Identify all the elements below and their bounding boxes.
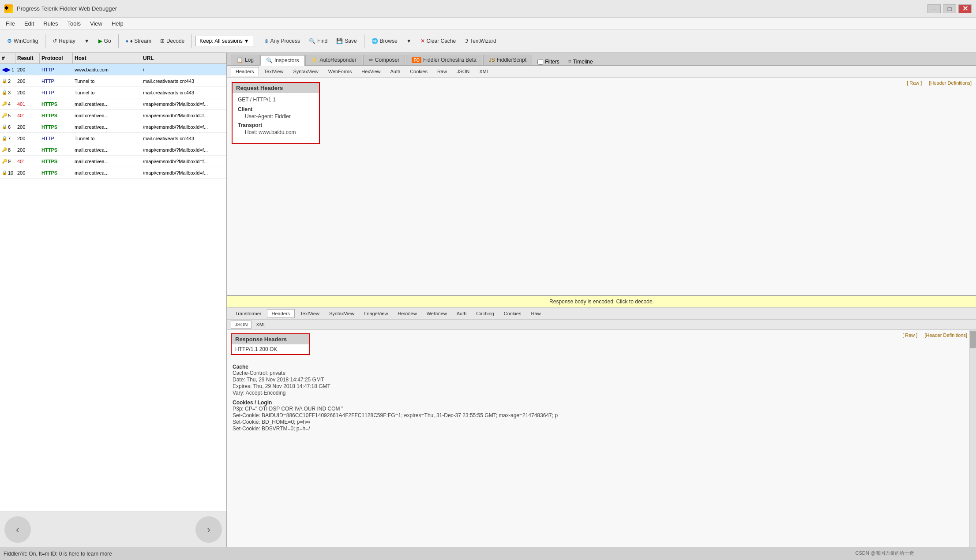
req-tab-hexview[interactable]: HexView: [357, 67, 385, 75]
req-tab-textview[interactable]: TextView: [260, 67, 288, 75]
menu-edit[interactable]: Edit: [21, 19, 38, 28]
req-tab-headers[interactable]: Headers: [231, 67, 259, 76]
autoresponder-icon: ⚡: [311, 57, 318, 63]
close-button[interactable]: ✕: [958, 4, 972, 13]
scrollbar-thumb[interactable]: [970, 331, 976, 348]
menu-view[interactable]: View: [86, 19, 106, 28]
save-button[interactable]: 💾 Save: [333, 36, 360, 46]
filters-checkbox[interactable]: [537, 59, 543, 65]
tab-autoresponder[interactable]: ⚡ AutoResponder: [305, 55, 362, 65]
table-row[interactable]: 🔒10 200 HTTPS mail.creativea... /mapi/em…: [0, 167, 226, 179]
resp-subtab-json[interactable]: JSON: [231, 321, 252, 329]
separator-5: [364, 34, 364, 48]
table-row[interactable]: 🔑9 401 HTTPS mail.creativea... /mapi/ems…: [0, 156, 226, 167]
col-header-id: #: [0, 53, 15, 63]
resp-tab-textview[interactable]: TextView: [296, 310, 324, 317]
cell-result: 200: [15, 66, 40, 74]
table-row[interactable]: 🔒6 200 HTTPS mail.creativea... /mapi/ems…: [0, 121, 226, 133]
resp-tab-imageview[interactable]: ImageView: [360, 310, 392, 317]
table-row[interactable]: 🔒7 200 HTTP Tunnel to mail.creativearts.…: [0, 133, 226, 144]
resp-tab-raw[interactable]: Raw: [526, 310, 545, 317]
text-wizard-button[interactable]: ℑ TextWizard: [461, 36, 499, 46]
replay-dropdown-button[interactable]: ▼: [81, 36, 93, 46]
nav-left-button[interactable]: ‹: [4, 516, 31, 543]
table-row[interactable]: 🔒2 200 HTTP Tunnel to mail.creativearts.…: [0, 75, 226, 87]
stream-button[interactable]: ♦ ♦ Stream: [122, 36, 155, 46]
resp-tab-caching[interactable]: Caching: [472, 310, 498, 317]
tab-inspectors[interactable]: 🔍 Inspectors: [260, 55, 304, 66]
winconfig-button[interactable]: ⚙ WinConfig: [4, 36, 41, 46]
req-header-def-link[interactable]: [Header Definitions]: [929, 80, 972, 86]
response-tab-bar: Transformer Headers TextView SyntaxView …: [227, 308, 976, 320]
req-header-title: Request Headers: [233, 83, 319, 93]
minimize-button[interactable]: ─: [927, 4, 941, 13]
req-raw-link[interactable]: [ Raw ]: [907, 80, 922, 86]
table-row[interactable]: 🔑8 200 HTTPS mail.creativea... /mapi/ems…: [0, 144, 226, 156]
col-header-result: Result: [15, 53, 40, 63]
text-wizard-icon: ℑ: [465, 38, 468, 44]
browse-button[interactable]: 🌐 Browse: [368, 36, 401, 46]
main-container: # Result Protocol Host URL ◀▶1 200 HTTP …: [0, 53, 976, 547]
resp-setcookie-bdsvrtm: Set-Cookie: BDSVRTM=0; p=h=/: [233, 426, 971, 432]
resp-vary: Vary: Accept-Encoding: [233, 390, 971, 396]
cell-id: 🔑9: [0, 157, 15, 165]
menu-help[interactable]: Help: [108, 19, 127, 28]
cell-result: 200: [15, 77, 40, 85]
req-http-line: GET / HTTP/1.1: [238, 97, 314, 103]
tab-fiddler-orchestra[interactable]: FO Fiddler Orchestra Beta: [406, 55, 482, 65]
req-tab-cookies[interactable]: Cookies: [405, 67, 432, 75]
resp-header-def-link[interactable]: [Header Definitions]: [924, 332, 967, 338]
table-row[interactable]: 🔒3 200 HTTP Tunnel to mail.creativearts.…: [0, 87, 226, 98]
keep-sessions-dropdown[interactable]: Keep: All sessions ▼: [195, 36, 253, 46]
req-tab-auth[interactable]: Auth: [386, 67, 405, 75]
replay-button[interactable]: ↺ Replay: [49, 36, 79, 46]
title-bar-controls: ─ □ ✕: [927, 4, 972, 13]
menu-bar: File Edit Rules Tools View Help: [0, 18, 976, 30]
fiddler-orchestra-icon: FO: [412, 57, 421, 63]
inspectors-icon: 🔍: [266, 57, 273, 63]
separator-4: [257, 34, 257, 48]
any-process-button[interactable]: ⊕ Any Process: [261, 36, 304, 46]
table-row[interactable]: 🔑4 401 HTTPS mail.creativea... /mapi/ems…: [0, 98, 226, 110]
maximize-button[interactable]: □: [943, 4, 956, 13]
session-table-body: ◀▶1 200 HTTP www.baidu.com / 🔒2 200 HTTP…: [0, 64, 226, 511]
cell-id: 🔒3: [0, 89, 15, 97]
resp-tab-hexview[interactable]: HexView: [393, 310, 421, 317]
req-tab-syntaxview[interactable]: SyntaxView: [289, 67, 323, 75]
req-tab-webforms[interactable]: WebForms: [324, 67, 357, 75]
table-header: # Result Protocol Host URL: [0, 53, 226, 64]
table-row[interactable]: ◀▶1 200 HTTP www.baidu.com /: [0, 64, 226, 75]
cell-url: mail.creativearts.cn:443: [141, 89, 226, 97]
response-scrollbar[interactable]: [969, 330, 976, 547]
table-row[interactable]: 🔑5 401 HTTPS mail.creativea... /mapi/ems…: [0, 110, 226, 121]
cell-protocol: HTTPS: [40, 112, 73, 119]
req-tab-raw[interactable]: Raw: [433, 67, 451, 75]
tab-composer[interactable]: ✏ Composer: [363, 55, 405, 65]
resp-date: Date: Thu, 29 Nov 2018 14:47:25 GMT: [233, 377, 971, 383]
nav-right-button[interactable]: ›: [195, 516, 222, 543]
req-tab-xml[interactable]: XML: [475, 67, 494, 75]
go-button[interactable]: ▶ Go: [95, 36, 115, 46]
cell-id: 🔒10: [0, 169, 15, 177]
clear-cache-button[interactable]: ✕ Clear Cache: [417, 36, 460, 46]
resp-tab-cookies[interactable]: Cookies: [499, 310, 526, 317]
browse-dropdown-button[interactable]: ▼: [403, 36, 415, 46]
decode-button[interactable]: ⊞ Decode: [157, 36, 188, 46]
resp-tab-transformer[interactable]: Transformer: [231, 310, 266, 317]
resp-tab-webview[interactable]: WebView: [422, 310, 451, 317]
menu-rules[interactable]: Rules: [40, 19, 61, 28]
resp-raw-link[interactable]: [ Raw ]: [902, 332, 917, 338]
resp-cache-control: Cache-Control: private: [233, 370, 971, 376]
menu-tools[interactable]: Tools: [64, 19, 84, 28]
resp-tab-auth[interactable]: Auth: [452, 310, 471, 317]
find-button[interactable]: 🔍 Find: [305, 36, 331, 46]
resp-tab-syntaxview[interactable]: SyntaxView: [325, 310, 359, 317]
resp-header-content: HTTP/1.1 200 OK: [232, 344, 309, 354]
response-encoded-bar[interactable]: Response body is encoded. Click to decod…: [227, 296, 976, 308]
resp-subtab-xml[interactable]: XML: [252, 321, 270, 328]
req-tab-json[interactable]: JSON: [452, 67, 474, 75]
tab-log[interactable]: 📋 Log: [231, 55, 259, 65]
tab-fiddlerscript[interactable]: JS FiddlerScript: [483, 55, 532, 65]
resp-tab-headers[interactable]: Headers: [267, 309, 295, 318]
menu-file[interactable]: File: [2, 19, 19, 28]
